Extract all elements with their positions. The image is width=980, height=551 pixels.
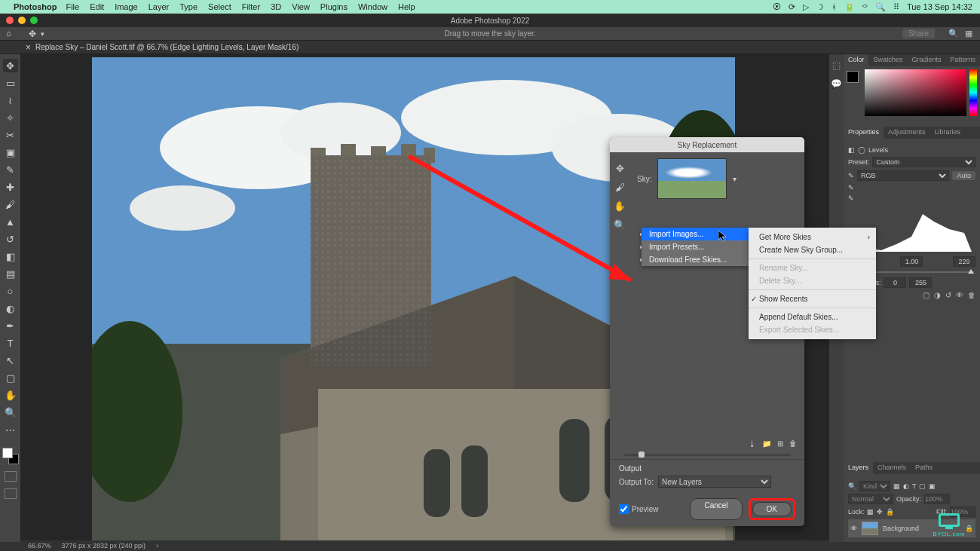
minimize-window-button[interactable] [18,17,26,24]
menu-file[interactable]: File [66,2,79,11]
tab-channels[interactable]: Channels [873,462,911,474]
tab-patterns[interactable]: Patterns [945,54,980,66]
filter-smart-icon[interactable]: ▣ [929,482,936,490]
preset-select[interactable]: Custom [872,157,975,167]
sky-move-tool[interactable]: ✥ [616,163,624,174]
input-mid[interactable] [900,256,923,267]
auto-button[interactable]: Auto [952,171,975,180]
tab-paths[interactable]: Paths [911,462,937,474]
tab-gradients[interactable]: Gradients [907,54,945,66]
preset-size-slider[interactable] [623,454,791,456]
more-tools[interactable]: ⋯ [3,423,18,436]
marquee-tool[interactable]: ▭ [3,76,18,90]
blend-mode-select[interactable]: Normal [848,494,893,504]
menu-type[interactable]: Type [179,2,198,11]
filter-type-icon[interactable]: T [912,482,917,490]
sky-preset-thumb[interactable] [657,158,727,199]
tab-properties[interactable]: Properties [844,127,884,139]
chat-mini-icon[interactable]: 💬 [831,78,842,89]
search-icon[interactable]: 🔍 [948,29,959,38]
menu-append-default[interactable]: Append Default Skies... [749,311,876,323]
eyedropper-gray-icon[interactable]: ✎ [848,184,854,191]
color-swatches[interactable] [2,448,19,464]
lock-position-icon[interactable]: ✥ [877,508,883,516]
share-button[interactable]: Share [902,29,935,38]
reset-icon[interactable]: ↺ [945,291,951,299]
blur-tool[interactable]: ○ [3,284,18,298]
output-to-select[interactable]: New Layers [658,476,771,488]
workspace-icon[interactable]: ▦ [965,29,972,38]
hand-tool[interactable]: ✋ [3,388,18,402]
menu-edit[interactable]: Edit [90,2,104,11]
zoom-level[interactable]: 66.67% [28,542,51,549]
menu-download-free-skies[interactable]: Download Free Skies... [642,253,749,266]
download-preset-icon[interactable]: ⭳ [749,439,756,448]
menu-3d[interactable]: 3D [271,2,281,11]
hue-slider[interactable] [969,69,977,116]
preview-check-input[interactable] [619,504,629,514]
color-mini-icon[interactable]: ⬚ [832,60,841,71]
frame-tool[interactable]: ▣ [3,145,18,159]
ok-button[interactable]: OK [752,502,792,516]
menu-image[interactable]: Image [115,2,138,11]
menu-new-sky-group[interactable]: Create New Sky Group... [749,243,876,256]
tab-adjustments[interactable]: Adjustments [884,127,930,139]
eyedropper-white-icon[interactable]: ✎ [848,194,854,202]
screenmode-icon[interactable] [5,488,17,499]
stamp-tool[interactable]: ▲ [3,215,18,228]
sky-zoom-tool[interactable]: 🔍 [614,219,626,231]
menu-layer[interactable]: Layer [149,2,170,11]
input-white[interactable] [953,256,975,267]
new-preset-icon[interactable]: ⊞ [777,439,783,448]
close-window-button[interactable] [6,17,14,24]
tab-swatches[interactable]: Swatches [868,54,907,66]
menu-select[interactable]: Select [208,2,231,11]
eyedropper-black-icon[interactable]: ✎ [848,172,854,179]
filter-adjust-icon[interactable]: ◐ [903,482,909,490]
lock-all-icon[interactable]: 🔒 [886,508,894,516]
prev-icon[interactable]: ◑ [934,291,941,299]
gradient-tool[interactable]: ▤ [3,267,18,280]
menu-import-presets[interactable]: Import Presets... [642,240,749,253]
cancel-button[interactable]: Cancel [690,498,742,520]
document-tab[interactable]: × Replace Sky – Daniel Scott.tif @ 66.7%… [0,41,980,54]
search-icon[interactable]: 🔍 [848,482,856,490]
tab-libraries[interactable]: Libraries [929,127,965,139]
opacity-input[interactable] [924,494,950,504]
tab-layers[interactable]: Layers [844,462,873,474]
zoom-tool[interactable]: 🔍 [3,406,18,419]
eraser-tool[interactable]: ◧ [3,249,18,263]
menu-show-recents[interactable]: Show Recents [749,292,876,305]
brush-tool[interactable]: 🖌 [3,197,18,211]
wand-tool[interactable]: ✧ [3,111,18,124]
tab-color[interactable]: Color [844,54,869,66]
menu-window[interactable]: Window [358,2,387,11]
zoom-window-button[interactable] [30,17,38,24]
path-tool[interactable]: ↖ [3,354,18,367]
delete-preset-icon[interactable]: 🗑 [789,439,797,448]
menu-view[interactable]: View [292,2,310,11]
type-tool[interactable]: T [3,336,18,350]
crop-tool[interactable]: ✂ [3,128,18,142]
color-picker-field[interactable] [865,69,966,116]
home-icon[interactable]: ⌂ [6,29,18,39]
foreground-swatch[interactable] [2,448,13,458]
shape-tool[interactable]: ▢ [3,371,18,384]
healing-tool[interactable]: ✚ [3,180,18,194]
fg-color-well[interactable] [847,71,859,83]
menu-import-images[interactable]: Import Images... [642,228,749,240]
menubar-clock[interactable]: Tue 13 Sep 14:32 [907,2,972,11]
layer-lock-icon[interactable]: 🔒 [965,525,973,532]
move-tool-icon[interactable]: ✥ [29,29,36,39]
filter-shape-icon[interactable]: ▢ [919,482,926,490]
lasso-tool[interactable]: ≀ [3,93,18,107]
quickmask-icon[interactable] [5,471,17,482]
dodge-tool[interactable]: ◐ [3,302,18,315]
close-tab-icon[interactable]: × [26,42,31,53]
color-panel[interactable] [844,66,980,127]
menu-filter[interactable]: Filter [242,2,260,11]
output-black[interactable] [884,277,906,288]
tool-preset-dropdown[interactable]: ▾ [41,30,44,38]
preview-checkbox[interactable]: Preview [619,504,659,514]
output-white[interactable] [909,277,932,288]
